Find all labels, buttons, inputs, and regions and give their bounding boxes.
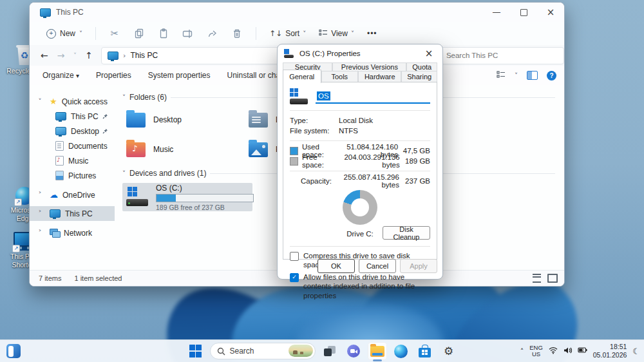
breadcrumb-separator: › bbox=[123, 52, 126, 60]
clock[interactable]: 18:51 05.01.2026 bbox=[593, 343, 627, 359]
this-pc-icon bbox=[108, 52, 118, 60]
index-checkbox[interactable]: ✓ bbox=[290, 273, 299, 282]
folder-tile-music[interactable]: ♪ Music bbox=[122, 137, 245, 162]
details-view-button[interactable] bbox=[533, 274, 541, 283]
dialog-close-button[interactable]: × bbox=[422, 47, 436, 60]
taskbar-search[interactable]: Search bbox=[210, 343, 316, 359]
pin-icon bbox=[102, 127, 108, 136]
settings-button[interactable]: ⚙ bbox=[439, 342, 459, 360]
ok-button[interactable]: OK bbox=[317, 259, 355, 273]
shortcut-arrow-icon: ↗ bbox=[14, 198, 22, 206]
file-explorer-button[interactable] bbox=[368, 342, 387, 360]
sidebar-item-desktop[interactable]: Desktop bbox=[30, 124, 115, 138]
drive-icon bbox=[284, 49, 294, 58]
system-properties-button[interactable]: System properties bbox=[148, 71, 211, 80]
dialog-title-bar[interactable]: OS (C:) Properties bbox=[278, 44, 442, 62]
index-checkbox-row[interactable]: ✓ Allow files on this drive to have cont… bbox=[290, 272, 430, 300]
search-placeholder: Search bbox=[230, 347, 254, 356]
drive-free-text: 189 GB free of 237 GB bbox=[156, 204, 254, 211]
store-button[interactable] bbox=[415, 342, 435, 360]
view-button[interactable]: View ˅ bbox=[314, 26, 359, 41]
large-icons-view-button[interactable] bbox=[547, 274, 558, 283]
chevron-down-icon[interactable]: ˅ bbox=[515, 72, 518, 79]
tab-previous-versions[interactable]: Previous Versions bbox=[332, 62, 406, 71]
folder-tile-desktop[interactable]: Desktop bbox=[122, 107, 245, 133]
tab-quota[interactable]: Quota bbox=[406, 62, 437, 71]
rename-button[interactable] bbox=[177, 25, 199, 42]
sort-button[interactable]: ↑↓ Sort ˅ bbox=[264, 26, 311, 41]
wifi-icon[interactable] bbox=[549, 347, 558, 356]
sidebar-item-network[interactable]: ˃ Network bbox=[30, 225, 115, 240]
battery-icon[interactable] bbox=[578, 347, 587, 356]
drive-tile-os-c[interactable]: OS (C:) 189 GB free of 237 GB bbox=[122, 183, 252, 211]
language-indicator[interactable]: ENG US bbox=[529, 345, 543, 358]
folder-icon bbox=[249, 113, 268, 128]
do-not-disturb-icon[interactable]: ☾ bbox=[632, 347, 640, 356]
chevron-down-icon[interactable]: ˅ bbox=[122, 94, 126, 101]
window-tab: This PC bbox=[30, 8, 84, 17]
delete-button[interactable] bbox=[226, 25, 248, 42]
search-daily-image[interactable] bbox=[289, 345, 313, 357]
edge-button[interactable] bbox=[392, 342, 411, 360]
volume-label-value: OS bbox=[317, 91, 330, 100]
hidden-icons-button[interactable]: ˄ bbox=[520, 347, 524, 356]
sidebar-item-this-pc[interactable]: ˃ This PC bbox=[30, 206, 115, 221]
help-button[interactable]: ? bbox=[547, 71, 556, 81]
task-view-button[interactable] bbox=[320, 342, 339, 360]
minimize-button[interactable]: — bbox=[483, 3, 510, 22]
chevron-down-icon[interactable]: ˅ bbox=[122, 170, 126, 177]
chevron-right-icon[interactable]: ˃ bbox=[35, 210, 45, 217]
widgets-button[interactable] bbox=[6, 344, 21, 358]
recent-locations-button[interactable]: ˅ bbox=[69, 52, 80, 59]
tab-general[interactable]: General bbox=[283, 70, 321, 83]
dialog-title: OS (C:) Properties bbox=[299, 50, 361, 57]
close-button[interactable]: × bbox=[537, 3, 564, 22]
back-button[interactable]: ← bbox=[36, 50, 53, 61]
apply-button[interactable]: Apply bbox=[400, 259, 437, 273]
system-tray: ˄ ENG US 18:51 05.01.2026 ☾ bbox=[520, 340, 640, 362]
chat-button[interactable] bbox=[344, 342, 363, 360]
title-bar[interactable]: This PC — × bbox=[30, 3, 564, 22]
cut-button[interactable]: ✂ bbox=[104, 25, 126, 42]
sidebar-item-pictures[interactable]: Pictures bbox=[30, 168, 115, 183]
properties-button[interactable]: Properties bbox=[96, 71, 131, 80]
see-more-button[interactable]: ••• bbox=[362, 26, 383, 41]
disk-cleanup-button[interactable]: Disk Cleanup bbox=[383, 226, 430, 240]
tab-tools[interactable]: Tools bbox=[321, 71, 359, 82]
forward-button[interactable]: → bbox=[53, 50, 70, 61]
search-box[interactable] bbox=[439, 47, 564, 64]
organize-button[interactable]: Organize ▾ bbox=[43, 71, 79, 80]
sidebar-item-onedrive[interactable]: ˃ ☁ OneDrive bbox=[30, 187, 115, 202]
usage-donut bbox=[343, 190, 377, 225]
volume-icon[interactable] bbox=[564, 347, 572, 356]
volume-label-field[interactable]: OS bbox=[316, 90, 430, 104]
preview-pane-button[interactable] bbox=[527, 71, 538, 80]
filesystem-value: NTFS bbox=[339, 127, 358, 135]
chevron-right-icon[interactable]: ˃ bbox=[35, 191, 45, 198]
filesystem-label: File system: bbox=[290, 127, 339, 135]
sidebar-item-music[interactable]: Music bbox=[30, 153, 115, 168]
paste-button[interactable] bbox=[153, 25, 175, 42]
chevron-down-icon[interactable]: ˅ bbox=[35, 98, 45, 105]
search-input[interactable] bbox=[445, 51, 544, 60]
up-button[interactable]: ↑ bbox=[80, 50, 97, 61]
view-icon bbox=[319, 29, 328, 39]
share-button[interactable] bbox=[202, 25, 223, 42]
navigation-pane: ˅ ★ Quick access This PC Desktop Documen… bbox=[30, 85, 115, 271]
sidebar-item-this-pc-pinned[interactable]: This PC bbox=[30, 109, 115, 124]
new-button[interactable]: + New ˅ bbox=[41, 26, 88, 41]
start-button[interactable] bbox=[186, 342, 205, 360]
chevron-right-icon[interactable]: ˃ bbox=[35, 229, 45, 236]
maximize-button[interactable] bbox=[510, 3, 537, 22]
tab-hardware[interactable]: Hardware bbox=[358, 71, 401, 82]
copy-button[interactable] bbox=[128, 25, 150, 42]
change-view-button[interactable] bbox=[497, 71, 506, 81]
file-explorer-icon bbox=[370, 346, 384, 357]
tab-sharing[interactable]: Sharing bbox=[401, 71, 437, 82]
cancel-button[interactable]: Cancel bbox=[359, 259, 396, 273]
sidebar-item-quick-access[interactable]: ˅ ★ Quick access bbox=[30, 94, 115, 109]
breadcrumb-location[interactable]: This PC bbox=[130, 51, 158, 60]
document-icon bbox=[55, 141, 64, 151]
compress-checkbox[interactable] bbox=[290, 252, 299, 261]
sidebar-item-documents[interactable]: Documents bbox=[30, 138, 115, 153]
